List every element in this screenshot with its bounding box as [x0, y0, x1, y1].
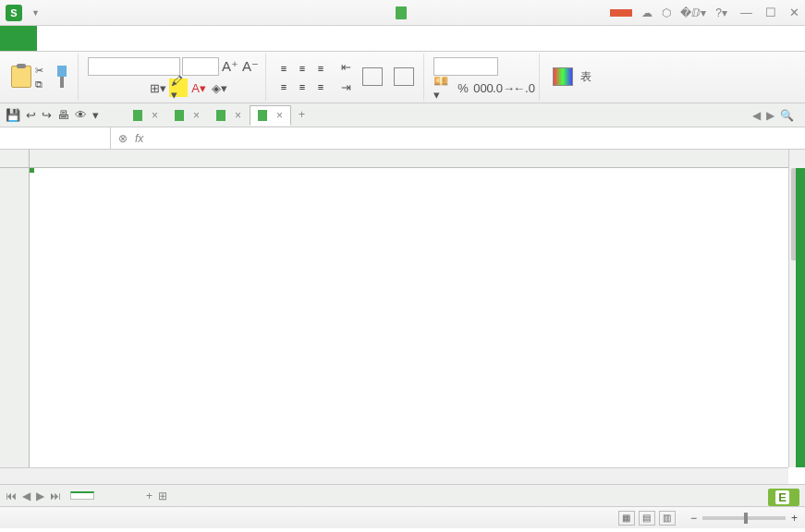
phonetic-button[interactable]: ◈▾	[210, 79, 228, 97]
font-name-select[interactable]	[88, 57, 180, 76]
align-bot-right[interactable]: ≡	[312, 79, 329, 95]
qat-save-icon[interactable]: 💾	[6, 108, 20, 122]
menu-tab-cloud[interactable]	[244, 26, 274, 51]
indent-increase[interactable]: ⇥	[336, 79, 355, 97]
zoom-out-button[interactable]: −	[690, 512, 697, 525]
zoom-in-button[interactable]: +	[791, 512, 798, 525]
zoom-slider[interactable]	[702, 516, 786, 520]
font-shrink-icon[interactable]: A⁻	[241, 57, 260, 76]
font-size-select[interactable]	[182, 57, 219, 76]
sheet-tab-2[interactable]	[94, 492, 118, 500]
cut-button[interactable]: ✂	[35, 65, 50, 77]
menu-tab-pagelayout[interactable]	[67, 26, 96, 51]
indent-decrease[interactable]: ⇤	[336, 58, 355, 77]
doc-tab-2[interactable]: ×	[166, 105, 208, 126]
wrap-text-button[interactable]	[390, 67, 418, 88]
sheet-list-button[interactable]: ⊞	[158, 490, 167, 502]
decimal-inc-button[interactable]: .0→	[494, 79, 513, 97]
maximize-button[interactable]: ☐	[765, 6, 776, 19]
help-icon[interactable]: ?▾	[715, 6, 727, 19]
menu-tab-data[interactable]	[126, 26, 155, 51]
number-format-select[interactable]	[433, 57, 498, 76]
merge-center-button[interactable]	[359, 67, 386, 88]
fill-color-button[interactable]: 🖍▾	[169, 79, 188, 97]
close-button[interactable]: ✕	[789, 6, 799, 19]
align-bot-center[interactable]: ≡	[294, 79, 311, 95]
sheet-nav-next[interactable]: ▶	[36, 490, 44, 502]
login-badge[interactable]	[610, 9, 632, 17]
view-page-icon[interactable]: ▥	[659, 511, 676, 526]
doc-tab-1[interactable]: ×	[125, 105, 166, 126]
close-icon[interactable]: ×	[152, 109, 158, 122]
name-box[interactable]	[0, 127, 111, 149]
comma-button[interactable]: 000	[474, 79, 493, 97]
fx-cancel-icon[interactable]: ⊗	[118, 132, 128, 145]
qat-print-icon[interactable]: 🖶	[57, 108, 69, 122]
align-bot-left[interactable]: ≡	[275, 79, 292, 95]
ruler-icon[interactable]: �ⅅ▾	[680, 6, 706, 19]
close-icon[interactable]: ×	[276, 109, 283, 122]
horizontal-scrollbar[interactable]	[0, 467, 788, 484]
row-headers[interactable]	[0, 168, 30, 467]
align-top-right[interactable]: ≡	[312, 60, 329, 77]
paste-button[interactable]	[11, 66, 31, 90]
font-color-button[interactable]: A▾	[189, 79, 208, 97]
underline-button[interactable]	[128, 79, 147, 97]
format-painter-icon[interactable]	[54, 66, 72, 90]
wrap-icon	[394, 67, 414, 86]
sheet-nav-first[interactable]: ⏮	[6, 490, 17, 502]
sheet-nav-prev[interactable]: ◀	[22, 490, 30, 502]
paste-icon	[11, 66, 31, 88]
align-top-left[interactable]: ≡	[275, 60, 292, 77]
sheet-nav-last[interactable]: ⏭	[50, 490, 61, 502]
italic-button[interactable]	[108, 79, 127, 97]
font-grow-icon[interactable]: A⁺	[221, 57, 239, 76]
document-tabs: × × × × +	[125, 105, 312, 126]
search-icon[interactable]: 🔍	[780, 109, 794, 122]
conditional-format-button[interactable]	[549, 67, 577, 88]
decimal-dec-button[interactable]: ←.0	[515, 79, 533, 97]
fx-icon[interactable]: fx	[135, 132, 143, 145]
view-pagebreak-icon[interactable]: ▤	[639, 511, 655, 526]
document-title	[396, 6, 410, 19]
cells-area[interactable]	[30, 168, 788, 467]
view-normal-icon[interactable]: ▦	[618, 511, 635, 526]
tab-nav-right[interactable]: ▶	[766, 109, 775, 122]
menu-tab-dev[interactable]	[214, 26, 244, 51]
qat-back-icon[interactable]: ↩	[26, 108, 36, 122]
align-top-center[interactable]: ≡	[294, 60, 311, 77]
menu-tab-formula[interactable]	[96, 26, 126, 51]
title-bar: S ▼ ☁ ⬡ �ⅅ▾ ?▾ — ☐ ✕	[0, 0, 805, 26]
minimize-button[interactable]: —	[740, 6, 752, 19]
sheet-tab-3[interactable]	[118, 492, 142, 500]
border-button[interactable]: ⊞▾	[149, 79, 167, 97]
menu-tab-view[interactable]	[185, 26, 214, 51]
menu-tab-smart[interactable]	[274, 26, 303, 51]
copy-button[interactable]: ⧉	[35, 79, 50, 91]
ribbon-more[interactable]: 表	[580, 69, 592, 85]
close-icon[interactable]: ×	[193, 109, 200, 122]
add-sheet-button[interactable]: +	[146, 490, 152, 502]
column-headers[interactable]	[30, 150, 788, 168]
formula-bar: ⊗ fx	[0, 127, 805, 150]
sheet-tab-1[interactable]	[70, 491, 94, 500]
menu-tab-review[interactable]	[155, 26, 185, 51]
doc-tab-4[interactable]: ×	[250, 105, 291, 126]
bold-button[interactable]	[88, 79, 106, 97]
qat-forward-icon[interactable]: ↪	[42, 108, 52, 122]
percent-button[interactable]: %	[454, 79, 472, 97]
hex-icon[interactable]: ⬡	[662, 6, 671, 19]
qat-more-icon[interactable]: ▾	[92, 108, 99, 122]
tab-nav-left[interactable]: ◀	[752, 109, 761, 122]
formula-input[interactable]	[151, 127, 805, 149]
qat-preview-icon[interactable]: 👁	[75, 108, 87, 122]
select-all-corner[interactable]	[0, 150, 30, 168]
menu-tab-insert[interactable]	[37, 26, 67, 51]
doc-tab-3[interactable]: ×	[208, 105, 250, 126]
close-icon[interactable]: ×	[235, 109, 241, 122]
app-menu-dropdown[interactable]: ▼	[31, 8, 40, 18]
menu-tab-start[interactable]	[7, 26, 37, 51]
new-tab-button[interactable]: +	[291, 105, 312, 126]
cloud-icon[interactable]: ☁	[641, 6, 653, 19]
currency-button[interactable]: 💴▾	[433, 79, 452, 97]
